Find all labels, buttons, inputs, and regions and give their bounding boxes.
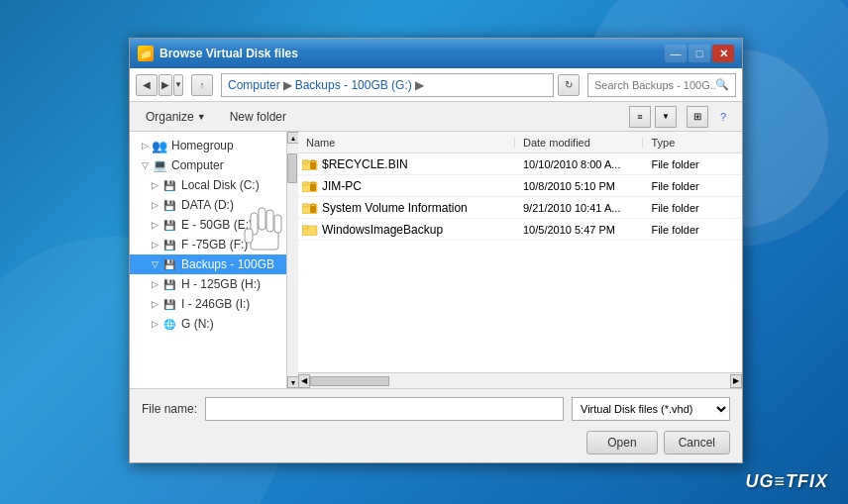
- g-drive-icon: 🌐: [161, 316, 177, 332]
- h-drive-label: H - 125GB (H:): [181, 277, 261, 291]
- sysvolinfo-name: System Volume Information: [322, 201, 468, 215]
- file-type-sysvolinfo: File folder: [643, 202, 742, 214]
- folder-lock-icon-2: [302, 179, 318, 192]
- hscroll-thumb[interactable]: [310, 376, 389, 386]
- f-drive-label: F -75GB (F:): [181, 238, 248, 252]
- dropdown-button[interactable]: ▼: [173, 74, 183, 96]
- local-disk-icon: 💾: [161, 177, 177, 193]
- nav-item-f-drive[interactable]: ▷ 💾 F -75GB (F:): [130, 235, 286, 254]
- open-button[interactable]: Open: [586, 431, 657, 454]
- cancel-button[interactable]: Cancel: [664, 431, 730, 454]
- file-row-jimpc[interactable]: JIM-PC 10/8/2010 5:10 PM File folder: [298, 175, 742, 197]
- nav-item-data-drive[interactable]: ▷ 💾 DATA (D:): [130, 195, 286, 215]
- col-name[interactable]: Name: [298, 137, 515, 149]
- nav-item-e-drive[interactable]: ▷ 💾 E - 50GB (E:): [130, 215, 286, 235]
- g-drive-label: G (N:): [181, 317, 214, 331]
- content-area: ▷ 👥 Homegroup ▽ 💻 Computer ▷ 💾 Local Dis…: [130, 132, 742, 388]
- file-list-body: $RECYCLE.BIN 10/10/2010 8:00 A... File f…: [298, 153, 742, 372]
- filename-input[interactable]: [205, 397, 564, 421]
- file-date-sysvolinfo: 9/21/2010 10:41 A...: [515, 202, 643, 214]
- search-bar[interactable]: 🔍: [587, 73, 736, 97]
- expand-data[interactable]: ▷: [148, 198, 161, 212]
- refresh-button[interactable]: ↻: [558, 74, 580, 96]
- nav-scrollbar[interactable]: ▲ ▼: [286, 132, 298, 388]
- nav-item-backups[interactable]: ▽ 💾 Backups - 100GB: [130, 254, 286, 274]
- file-type-jimpc: File folder: [643, 180, 742, 192]
- up-button-container: ↑: [191, 74, 213, 96]
- new-folder-button[interactable]: New folder: [222, 108, 294, 126]
- browse-dialog: 📁 Browse Virtual Disk files — □ ✕ ◀ ▶ ▼ …: [129, 38, 743, 463]
- file-row-recycle[interactable]: $RECYCLE.BIN 10/10/2010 8:00 A... File f…: [298, 153, 742, 175]
- nav-item-computer[interactable]: ▽ 💻 Computer: [130, 155, 286, 175]
- expand-homegroup[interactable]: ▷: [138, 139, 152, 152]
- nav-pane-container: ▷ 👥 Homegroup ▽ 💻 Computer ▷ 💾 Local Dis…: [130, 132, 298, 388]
- organize-arrow: ▼: [197, 112, 206, 122]
- search-input[interactable]: [594, 79, 715, 91]
- view-dropdown-button[interactable]: ▼: [655, 106, 677, 128]
- filetype-select[interactable]: Virtual Disk files (*.vhd): [572, 397, 730, 421]
- folder-yellow-icon: [302, 223, 318, 236]
- expand-computer[interactable]: ▽: [138, 158, 152, 172]
- nav-item-local-disk[interactable]: ▷ 💾 Local Disk (C:): [130, 175, 286, 195]
- file-name-sysvolinfo: System Volume Information: [298, 201, 515, 215]
- nav-scroll-track: [287, 144, 298, 376]
- breadcrumb-computer[interactable]: Computer: [228, 78, 280, 92]
- homegroup-label: Homegroup: [171, 139, 234, 152]
- watermark: UG≡TFIX: [746, 471, 829, 492]
- file-name-recycle: $RECYCLE.BIN: [298, 157, 515, 171]
- nav-item-g-drive[interactable]: ▷ 🌐 G (N:): [130, 314, 286, 334]
- nav-item-i-drive[interactable]: ▷ 💾 I - 246GB (I:): [130, 294, 286, 314]
- help-button[interactable]: ?: [712, 106, 734, 128]
- file-type-recycle: File folder: [643, 158, 742, 170]
- hscroll-right[interactable]: ▶: [730, 374, 742, 388]
- nav-pane: ▷ 👥 Homegroup ▽ 💻 Computer ▷ 💾 Local Dis…: [130, 132, 286, 388]
- svg-rect-13: [302, 226, 308, 229]
- local-disk-label: Local Disk (C:): [181, 178, 260, 192]
- minimize-button[interactable]: —: [665, 45, 687, 62]
- expand-local-disk[interactable]: ▷: [148, 178, 161, 192]
- dialog-footer: File name: Virtual Disk files (*.vhd) Op…: [130, 388, 742, 462]
- data-drive-icon: 💾: [161, 197, 177, 213]
- dialog-title: Browse Virtual Disk files: [159, 47, 665, 60]
- footer-row1: File name: Virtual Disk files (*.vhd): [142, 397, 730, 421]
- footer-row2: Open Cancel: [142, 431, 730, 454]
- nav-buttons: ◀ ▶ ▼: [136, 74, 183, 96]
- expand-e-drive[interactable]: ▷: [148, 218, 161, 232]
- organize-button[interactable]: Organize ▼: [138, 108, 214, 126]
- maximize-button[interactable]: □: [689, 45, 710, 62]
- col-date[interactable]: Date modified: [515, 137, 643, 149]
- i-drive-icon: 💾: [161, 296, 177, 312]
- expand-f-drive[interactable]: ▷: [148, 238, 161, 252]
- breadcrumb-backups[interactable]: Backups - 100GB (G:): [295, 78, 412, 92]
- list-view-button[interactable]: ≡: [629, 106, 651, 128]
- col-type[interactable]: Type: [643, 137, 742, 149]
- forward-button[interactable]: ▶: [159, 74, 172, 96]
- e-drive-label: E - 50GB (E:): [181, 218, 253, 232]
- svg-rect-9: [302, 204, 308, 207]
- folder-lock-icon-3: [302, 201, 318, 214]
- details-view-button[interactable]: ⊞: [687, 106, 708, 128]
- horizontal-scrollbar[interactable]: ◀ ▶: [298, 372, 742, 388]
- homegroup-icon: 👥: [152, 138, 167, 153]
- close-button[interactable]: ✕: [712, 45, 734, 62]
- nav-scroll-thumb[interactable]: [287, 153, 297, 183]
- expand-g-drive[interactable]: ▷: [148, 317, 161, 331]
- expand-h-drive[interactable]: ▷: [148, 277, 161, 291]
- computer-icon: 💻: [152, 157, 167, 173]
- backups-icon: 💾: [161, 256, 177, 272]
- expand-backups[interactable]: ▽: [148, 257, 161, 271]
- winimgbackup-name: WindowsImageBackup: [322, 223, 443, 237]
- back-button[interactable]: ◀: [136, 74, 158, 96]
- folder-lock-icon: [302, 157, 318, 170]
- nav-item-h-drive[interactable]: ▷ 💾 H - 125GB (H:): [130, 274, 286, 294]
- up-button[interactable]: ↑: [191, 74, 213, 96]
- file-name-jimpc: JIM-PC: [298, 179, 515, 193]
- hscroll-left[interactable]: ◀: [298, 374, 310, 388]
- breadcrumb-bar[interactable]: Computer ▶ Backups - 100GB (G:) ▶: [221, 73, 554, 97]
- file-row-winimgbackup[interactable]: WindowsImageBackup 10/5/2010 5:47 PM Fil…: [298, 219, 742, 241]
- recycle-name: $RECYCLE.BIN: [322, 157, 408, 171]
- file-row-sysvolinfo[interactable]: System Volume Information 9/21/2010 10:4…: [298, 197, 742, 219]
- filename-label: File name:: [142, 402, 197, 416]
- expand-i-drive[interactable]: ▷: [148, 297, 161, 311]
- nav-item-homegroup[interactable]: ▷ 👥 Homegroup: [130, 136, 286, 155]
